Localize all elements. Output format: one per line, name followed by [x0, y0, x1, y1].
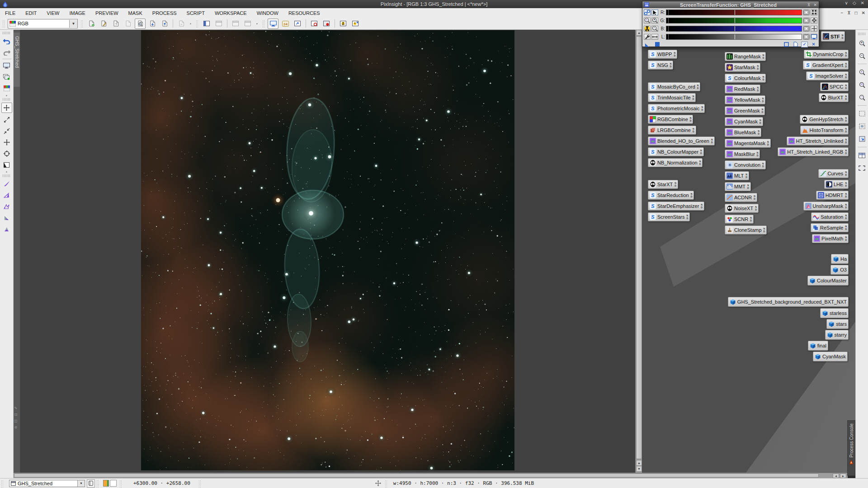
center-view-button[interactable] [2, 149, 12, 158]
zoom-1-1-button[interactable]: • [857, 67, 867, 77]
menu-resources[interactable]: RESOURCES [283, 9, 325, 17]
process-icon-Saturation[interactable]: SaturationND [811, 212, 849, 221]
process-icon-GenHypStretch[interactable]: GenHypStretchND [800, 115, 849, 124]
instance-markers[interactable]: ND [687, 214, 689, 220]
screen-mode-button[interactable] [2, 61, 12, 70]
scroll-up-button[interactable]: ▲ [636, 30, 642, 36]
instance-markers[interactable]: ND [675, 182, 676, 187]
instance-markers[interactable]: ND [674, 52, 675, 57]
stf-gradient-slider[interactable] [666, 26, 802, 32]
instance-markers[interactable]: ND [760, 119, 761, 124]
new-image-button[interactable] [86, 19, 97, 29]
zoom-fit-button[interactable]: ⁙ [857, 80, 867, 89]
instance-markers[interactable]: ND [701, 203, 703, 209]
window-controls[interactable]: ∨ ◇ ✕ [845, 0, 864, 5]
stf-gradient-slider[interactable] [666, 9, 802, 15]
process-icon-MagentaMask[interactable]: ∞MagentaMaskND [725, 139, 771, 148]
stf-corner-tool-icon[interactable] [644, 42, 651, 47]
process-icon-Blended_HO_to_Green[interactable]: ∞Blended_HO_to_GreenND [648, 136, 715, 145]
scroll-right-button[interactable]: ► [840, 474, 846, 478]
stf-gradient-slider[interactable] [666, 18, 802, 23]
process-console-tab[interactable]: Process Console [847, 420, 855, 476]
process-icon-HistoTransform[interactable]: HistoTransformND [800, 126, 849, 135]
instance-markers[interactable]: ND [845, 52, 847, 57]
image-icon-GHS_Stretched_background_reduced_BXT_NXT[interactable]: GHS_Stretched_background_reduced_BXT_NXT [728, 297, 849, 307]
edit-image-button[interactable] [98, 19, 109, 29]
split-view-button[interactable] [201, 19, 212, 29]
image-thumbnail-icon[interactable] [103, 480, 109, 487]
process-icon-StarReduction[interactable]: SStarReductionND [648, 191, 694, 200]
process-icon-YellowMask[interactable]: ∞YellowMaskND [725, 95, 765, 104]
process-icon-HT_Stretch_Linked_RGB[interactable]: ∞HT_Stretch_Linked_RGBND [778, 147, 849, 156]
zoom-optimal-button[interactable]: ◔ [857, 93, 867, 102]
menu-mask[interactable]: MASK [123, 9, 147, 17]
view-dropdown-arrow-icon[interactable]: ▼ [77, 480, 85, 487]
process-icon-StarMask[interactable]: StarMaskND [725, 63, 760, 72]
instance-markers[interactable]: ND [755, 206, 757, 211]
process-icon-Convolution[interactable]: ✳ConvolutionND [725, 160, 766, 169]
menu-image[interactable]: IMAGE [64, 9, 90, 17]
toolbar-grip[interactable] [196, 19, 198, 28]
channel-dropdown-arrow-icon[interactable]: ▼ [69, 20, 77, 28]
instance-markers[interactable]: ND [691, 192, 693, 198]
menu-edit[interactable]: EDIT [20, 9, 42, 17]
process-icon-DynamicCrop[interactable]: DynamicCropND [804, 50, 849, 59]
zoom-in-button[interactable]: + [857, 38, 867, 48]
open-file-button[interactable] [135, 19, 146, 29]
process-icon-BlueMask[interactable]: ∞BlueMaskND [725, 128, 761, 137]
instance-markers[interactable]: ND [845, 127, 847, 133]
statusbar-grip[interactable] [385, 479, 387, 488]
fit-surface-button[interactable] [857, 122, 867, 131]
instance-markers[interactable]: ND [762, 162, 764, 168]
toolbar-grip[interactable] [80, 19, 83, 28]
stf-shade-icon[interactable]: ⊼ [807, 3, 811, 7]
statusbar-grip[interactable] [119, 479, 122, 488]
scroll-down-button[interactable]: ▼ [636, 466, 642, 472]
crop-mini-icon[interactable]: ⊡ [14, 413, 17, 417]
stf-edit-mode-icon[interactable] [651, 9, 658, 15]
restore-window-icon[interactable]: ◇ [853, 0, 856, 5]
stf-apply-check-icon[interactable]: ✓ [801, 42, 808, 47]
instance-markers[interactable]: ND [702, 106, 703, 111]
zoom-out-button[interactable]: − [857, 51, 867, 61]
instance-markers[interactable]: ND [754, 195, 755, 200]
view-properties-button[interactable] [87, 479, 95, 488]
display-channel-selector[interactable]: RGB▼ [8, 19, 78, 28]
process-icon-CloneStamp[interactable]: CloneStampND [725, 225, 767, 235]
process-icon-GreenMask[interactable]: ∞GreenMaskND [725, 106, 765, 115]
instance-markers[interactable]: ND [693, 95, 694, 100]
sidebar-grip[interactable] [3, 32, 11, 34]
instance-markers[interactable]: ND [747, 184, 749, 189]
instance-markers[interactable]: ND [845, 203, 847, 209]
instance-markers[interactable]: ND [845, 138, 847, 144]
process-icon-SCNR[interactable]: SCNRND [725, 215, 754, 224]
horizontal-scroll-thumb[interactable] [14, 474, 819, 478]
mask-outline-button[interactable] [2, 202, 12, 211]
instance-markers[interactable]: ND [758, 130, 760, 135]
cascade-view-button[interactable] [230, 19, 241, 29]
process-icon-PixelMath[interactable]: ∞PixelMathND [812, 234, 849, 243]
process-icon-ColourMask[interactable]: SColourMaskND [725, 74, 766, 83]
stf-edit-params-icon[interactable] [811, 26, 817, 32]
stf-auto-stretch-button[interactable] [268, 19, 278, 29]
tile-view-button[interactable] [213, 19, 224, 29]
color-management-button[interactable] [2, 84, 12, 93]
sidebar-grip[interactable] [3, 98, 11, 101]
view-selector-dropdown[interactable]: GHS_Stretched ▼ [9, 480, 85, 487]
process-icon-NB_ColourMapper[interactable]: SNB_ColourMapperND [648, 147, 704, 156]
statusbar-grip[interactable] [198, 479, 201, 488]
instance-markers[interactable]: ND [690, 117, 692, 122]
instance-markers[interactable]: ND [763, 75, 764, 81]
load-file-button[interactable] [159, 19, 170, 29]
statusbar-grip[interactable] [1, 479, 4, 488]
image-icon-ColourMaster[interactable]: ColourMaster [807, 276, 849, 286]
instance-markers[interactable]: ND [764, 227, 765, 233]
stf-new-instance-doc-icon[interactable] [792, 42, 799, 47]
instance-markers[interactable]: ND [845, 149, 847, 155]
instance-markers[interactable]: ND [845, 192, 847, 198]
statusbar-grip[interactable] [96, 479, 99, 488]
instance-markers[interactable]: ND [693, 127, 694, 133]
image-disabled-button[interactable] [123, 19, 133, 29]
process-icon-ACDNR[interactable]: ACDNRND [725, 193, 757, 202]
instance-markers[interactable]: ND [670, 62, 672, 68]
